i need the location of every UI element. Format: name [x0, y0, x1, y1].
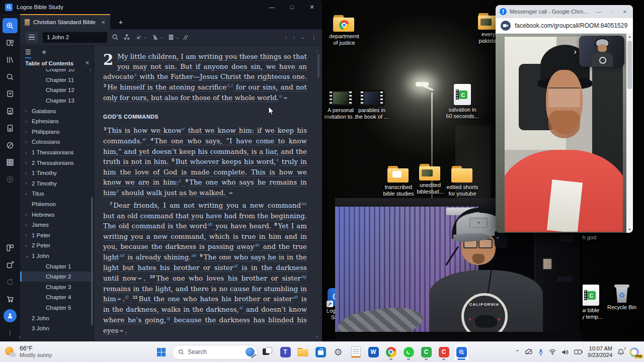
footnote-marker[interactable]: ad	[119, 253, 124, 258]
tools-grid-icon[interactable]	[3, 155, 18, 170]
inline-search-icon[interactable]	[112, 34, 119, 41]
chevron-right-icon[interactable]: ›	[25, 150, 32, 155]
tray-overflow-chevron[interactable]: ⌃	[515, 349, 520, 355]
camtasia-recorder-button[interactable]: C	[436, 343, 451, 361]
footnote-marker[interactable]: aj	[167, 316, 170, 321]
toc-item[interactable]: ›Colossians	[20, 137, 94, 147]
toc-item[interactable]: Chapter 10	[20, 69, 94, 75]
chevron-right-icon[interactable]: ›	[25, 108, 32, 114]
close-button[interactable]: ✕	[302, 0, 322, 14]
notepad-button[interactable]	[348, 343, 363, 361]
toc-item[interactable]: Chapter 2	[20, 272, 94, 282]
parallel-resources-icon[interactable]: //	[184, 34, 187, 41]
chevron-right-icon[interactable]: ›	[25, 170, 32, 176]
toc-item[interactable]: ›2 Timothy	[20, 178, 94, 189]
task-view-button[interactable]	[260, 343, 275, 361]
chevron-right-icon[interactable]: ›	[25, 180, 32, 186]
highlighter-pen-icon[interactable]: ✒	[117, 296, 122, 303]
taskbar-search-box[interactable]: Search	[172, 345, 258, 359]
toc-item[interactable]: ›2 Thessalonians	[20, 157, 94, 168]
logos-title-bar[interactable]: Logos Bible Study — □ ✕	[0, 0, 322, 14]
chrome-button[interactable]	[383, 343, 398, 361]
study-panel-icon[interactable]	[3, 18, 18, 33]
chevron-right-icon[interactable]: ›	[25, 160, 32, 165]
workflow-icon[interactable]	[3, 104, 18, 119]
more-options-icon[interactable]: ⋮	[3, 325, 18, 340]
footnote-marker[interactable]: ag	[301, 274, 306, 279]
microphone-active-icon[interactable]	[538, 348, 543, 355]
toc-item[interactable]: ›Galatians	[20, 106, 94, 116]
toc-item[interactable]: Chapter 4	[20, 292, 94, 303]
scroll-up-icon[interactable]: ▲	[628, 34, 631, 40]
toc-item[interactable]: ›Titus	[20, 189, 94, 199]
logos-taskbar-button[interactable]	[454, 343, 469, 361]
footnote-marker[interactable]: af	[233, 263, 237, 268]
footnote-marker[interactable]: ah	[293, 295, 298, 300]
speaker-icon[interactable]	[561, 349, 569, 355]
toc-item[interactable]: ›1 Thessalonians	[20, 147, 94, 158]
text-scroll-down-icon[interactable]: ⌄	[315, 331, 319, 341]
bookmarks-tab-icon[interactable]: ★	[41, 46, 47, 58]
layouts-icon[interactable]	[3, 240, 18, 255]
weather-widget[interactable]: 66°F Mostly sunny	[0, 345, 101, 358]
toc-item[interactable]: Chapter 12	[20, 85, 94, 96]
visual-filters-icon[interactable]: ⌄	[135, 34, 147, 41]
toc-item[interactable]: ›1 Timothy	[20, 168, 94, 178]
documents-icon[interactable]	[3, 121, 18, 136]
cart-icon[interactable]	[3, 292, 18, 307]
toc-scroll-up-icon[interactable]: ⌃	[88, 69, 92, 74]
maximize-button[interactable]: □	[282, 0, 302, 14]
new-layout-icon[interactable]	[3, 35, 18, 50]
minimize-button[interactable]: —	[262, 0, 282, 14]
minimize-button[interactable]: —	[594, 9, 604, 15]
footnote-marker[interactable]: u	[279, 94, 282, 99]
chevron-down-icon[interactable]: ⌄	[25, 253, 32, 258]
chevron-right-icon[interactable]: ›	[25, 232, 32, 238]
columns-icon[interactable]: ⌄	[168, 34, 179, 41]
messenger-title-bar[interactable]: f Messenger call - Google Chrome — □ ✕	[496, 5, 633, 18]
toc-item[interactable]: Chapter 3	[20, 282, 94, 292]
chevron-right-icon[interactable]: ›	[25, 191, 32, 197]
toc-item[interactable]: ›2 Peter	[20, 240, 94, 251]
panel-menu-icon[interactable]	[25, 32, 38, 43]
add-panel-icon[interactable]	[3, 172, 18, 187]
copilot-icon[interactable]: PRE	[629, 347, 639, 357]
toc-item[interactable]: ⌄1 John	[20, 251, 94, 261]
footnote-marker[interactable]: s	[134, 72, 137, 77]
tab-close-icon[interactable]: ✕	[101, 20, 105, 25]
notification-bell[interactable]: z	[617, 348, 624, 356]
highlighter-pen-icon[interactable]: ✒	[283, 95, 288, 102]
highlighter-pen-icon[interactable]: ✒	[119, 328, 124, 334]
scrollbar-thumb[interactable]	[627, 41, 632, 89]
text-scrollbar[interactable]	[317, 54, 319, 78]
chevron-right-icon[interactable]: ›	[25, 129, 32, 134]
toc-item[interactable]: ›1 Peter	[20, 230, 94, 241]
scroll-down-icon[interactable]: ▼	[628, 227, 631, 233]
file-explorer-button[interactable]	[295, 343, 310, 361]
notes-icon[interactable]	[3, 86, 18, 102]
toc-tab-icon[interactable]: ☰	[25, 46, 31, 58]
new-tab-button[interactable]: +	[118, 18, 123, 26]
back-icon[interactable]: ‹	[285, 34, 287, 41]
footnote-marker[interactable]: y	[179, 178, 181, 183]
toc-item[interactable]: 2 John	[20, 313, 94, 323]
footnote-marker[interactable]: C,t	[227, 83, 233, 88]
footnote-marker[interactable]: v	[182, 126, 185, 131]
tray-clock[interactable]: 10:07 AM 9/23/2024	[588, 345, 612, 358]
footnote-marker[interactable]: D	[125, 295, 129, 300]
battery-charging-icon[interactable]	[574, 349, 583, 354]
teams-button[interactable]: T	[278, 343, 293, 361]
desktop-icon-department-of-justice[interactable]: departmerntof justice	[325, 15, 364, 46]
reference-input[interactable]: 1 John 2	[43, 32, 107, 43]
wifi-icon[interactable]	[548, 349, 556, 355]
toc-item[interactable]: Chapter 1	[20, 261, 94, 272]
corresponding-selection-icon[interactable]	[123, 34, 130, 41]
messenger-url-bar[interactable]: facebook.com/groupcall/ROOM:84051529...	[496, 18, 633, 34]
pip-collapse-chevron[interactable]: ›	[574, 47, 577, 57]
history-dropdown-icon[interactable]: ⌄	[301, 35, 305, 40]
desktop-icon-salvation-60-seconds[interactable]: C salvation in60 seconds...	[443, 84, 482, 120]
footnote-marker[interactable]: w	[142, 137, 146, 142]
toc-item[interactable]: Philemon	[20, 199, 94, 210]
settings-button[interactable]: ⚙	[331, 343, 346, 361]
messenger-scrollbar[interactable]: ▲ ▼	[626, 34, 633, 233]
